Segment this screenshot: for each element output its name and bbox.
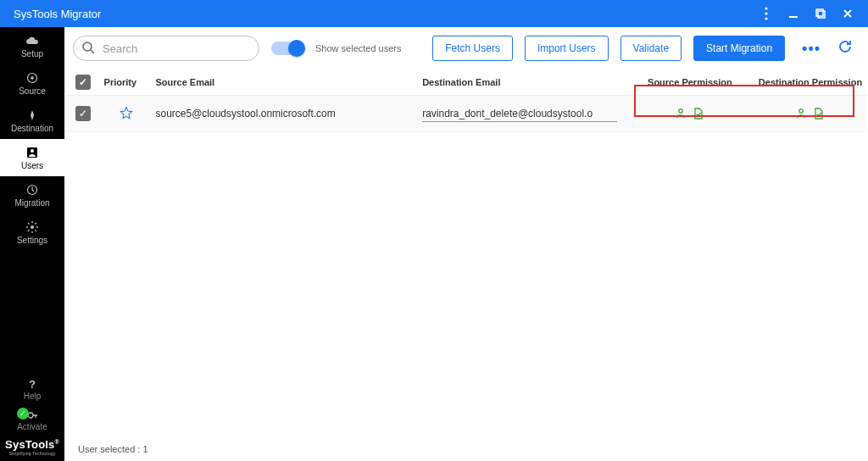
col-destination-email: Destination Email (419, 69, 626, 96)
sidebar-item-activate[interactable]: Activate (0, 404, 64, 435)
svg-rect-5 (818, 11, 825, 18)
footer-status-bar: User selected : 1 (64, 437, 868, 461)
user-ok-icon (796, 108, 808, 119)
sidebar-item-setup[interactable]: Setup (0, 27, 64, 64)
title-bar: SysTools Migrator (0, 0, 868, 27)
close-icon[interactable] (836, 2, 860, 25)
user-ok-icon (676, 108, 687, 119)
svg-marker-8 (31, 110, 34, 120)
show-selected-toggle[interactable] (271, 42, 303, 55)
sidebar-item-source[interactable]: Source (0, 64, 64, 102)
sidebar-item-settings[interactable]: Settings (0, 214, 64, 251)
col-priority: Priority (101, 69, 153, 96)
brand-name: SysTools (5, 438, 54, 451)
destination-email-input[interactable] (422, 106, 617, 122)
source-permission-cell (629, 103, 751, 125)
users-table: ✓ Priority Source Email Destination Emai… (64, 69, 868, 437)
target-icon (26, 71, 38, 85)
brand-logo: SysTools® Simplifying Technology (0, 435, 64, 461)
import-users-button[interactable]: Import Users (525, 36, 609, 61)
status-dot-icon (17, 408, 29, 419)
doc-ok-icon (813, 108, 825, 119)
sidebar-item-label: Users (21, 161, 43, 170)
app-title: SysTools Migrator (14, 8, 101, 20)
validate-button[interactable]: Validate (620, 36, 682, 61)
row-checkbox[interactable]: ✓ (75, 106, 91, 121)
search-icon (81, 41, 95, 58)
search-input[interactable] (73, 36, 259, 61)
destination-permission-cell (758, 103, 863, 125)
sidebar-item-users[interactable]: Users (0, 139, 64, 176)
sidebar-item-label: Setup (21, 49, 43, 58)
compass-icon (26, 108, 38, 122)
toolbar: Show selected users Fetch Users Import U… (64, 27, 868, 69)
toggle-label: Show selected users (315, 43, 402, 53)
clock-icon (26, 183, 38, 197)
select-all-checkbox[interactable]: ✓ (75, 75, 91, 90)
svg-rect-4 (816, 9, 823, 16)
sidebar-item-label: Migration (14, 198, 49, 208)
refresh-icon[interactable] (837, 39, 853, 58)
svg-point-12 (31, 225, 34, 229)
sidebar-item-label: Destination (11, 124, 53, 133)
col-destination-permission: Destination Permission (754, 69, 866, 96)
svg-point-14 (83, 42, 92, 51)
users-icon (26, 146, 38, 159)
sidebar-item-migration[interactable]: Migration (0, 176, 64, 214)
sidebar-item-help[interactable]: ? Help (0, 374, 64, 404)
svg-rect-3 (789, 16, 798, 18)
source-email-cell: source5@cloudsystool.onmicrosoft.com (155, 108, 335, 119)
col-source-permission: Source Permission (626, 69, 754, 96)
table-row[interactable]: ✓ source5@cloudsystool.onmicrosoft.com (66, 96, 866, 132)
svg-point-10 (31, 149, 34, 153)
svg-point-15 (679, 109, 682, 113)
svg-point-1 (765, 12, 767, 14)
user-selected-count: User selected : 1 (78, 444, 148, 454)
start-migration-button[interactable]: Start Migration (693, 36, 785, 61)
col-source-email: Source Email (152, 69, 419, 96)
title-more-icon[interactable] (754, 2, 778, 25)
maximize-icon[interactable] (809, 2, 832, 25)
svg-point-0 (765, 7, 767, 9)
sidebar-item-label: Activate (17, 422, 47, 431)
sidebar-item-label: Help (24, 392, 42, 401)
help-icon: ? (29, 378, 36, 392)
sidebar: Setup Source Destination Users (0, 27, 64, 461)
minimize-icon[interactable] (782, 2, 805, 25)
doc-ok-icon (693, 108, 704, 119)
sidebar-item-label: Source (19, 86, 46, 96)
sidebar-item-destination[interactable]: Destination (0, 102, 64, 139)
svg-point-16 (799, 109, 803, 113)
toolbar-more-icon[interactable]: ••• (797, 40, 826, 58)
gear-icon (26, 220, 38, 234)
brand-tagline: Simplifying Technology (0, 451, 64, 456)
svg-point-2 (765, 17, 767, 19)
fetch-users-button[interactable]: Fetch Users (432, 36, 513, 61)
cloud-icon (25, 34, 39, 47)
priority-star-icon[interactable] (120, 110, 133, 122)
sidebar-item-label: Settings (17, 236, 47, 245)
svg-point-7 (31, 76, 34, 80)
